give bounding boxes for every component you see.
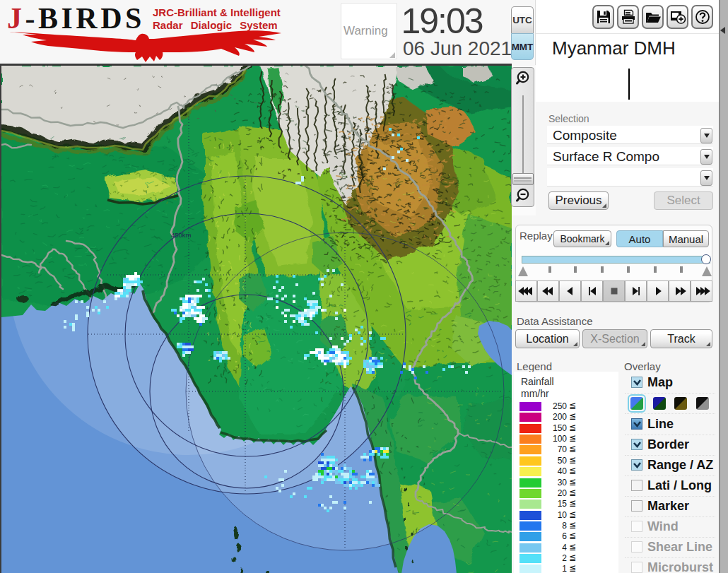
svg-text:450km: 450km [171,231,192,239]
